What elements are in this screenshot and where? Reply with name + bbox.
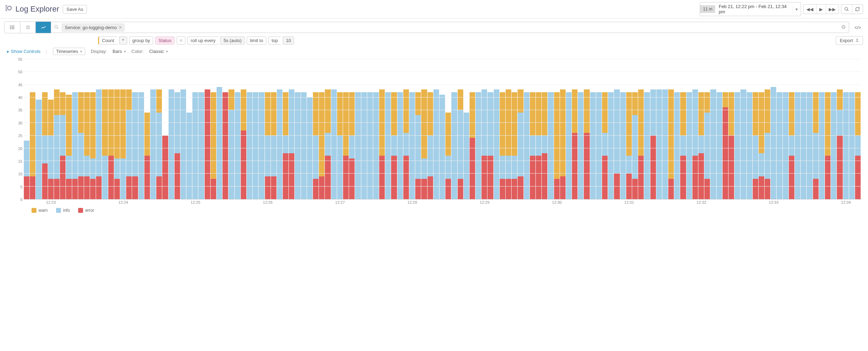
bar-column[interactable] <box>223 92 228 199</box>
bar-column[interactable] <box>192 92 198 199</box>
bar-column[interactable] <box>205 89 210 199</box>
bar-column[interactable] <box>572 89 577 199</box>
bar-column[interactable] <box>747 92 752 199</box>
group-by-remove-icon[interactable]: ✕ <box>177 36 185 45</box>
view-tab-compact[interactable] <box>20 22 35 33</box>
bar-column[interactable] <box>813 92 819 199</box>
bar-column[interactable] <box>692 89 698 199</box>
bar-column[interactable] <box>90 92 96 199</box>
bar-column[interactable] <box>458 89 463 199</box>
time-forward-icon[interactable]: ▶▶ <box>826 5 839 14</box>
bar-column[interactable] <box>301 92 307 199</box>
bar-column[interactable] <box>626 92 632 199</box>
bar-column[interactable] <box>795 92 800 199</box>
bar-column[interactable] <box>530 92 535 199</box>
bar-column[interactable] <box>428 92 433 199</box>
save-as-button[interactable]: Save As <box>63 5 87 14</box>
bar-column[interactable] <box>397 92 403 199</box>
bar-column[interactable] <box>265 92 271 199</box>
limit-count[interactable]: 10 <box>283 36 294 45</box>
limit-direction[interactable]: top <box>268 36 281 45</box>
bar-column[interactable] <box>740 89 746 199</box>
bar-column[interactable] <box>132 92 138 199</box>
bar-column[interactable] <box>650 89 656 199</box>
bar-column[interactable] <box>42 92 48 199</box>
bar-column[interactable] <box>391 92 397 199</box>
bar-column[interactable] <box>271 92 276 199</box>
bar-column[interactable] <box>536 92 541 199</box>
bar-column[interactable] <box>84 92 90 199</box>
bar-column[interactable] <box>439 95 445 199</box>
bar-column[interactable] <box>698 92 704 199</box>
bar-column[interactable] <box>843 92 849 199</box>
bar-column[interactable] <box>379 89 385 199</box>
bar-column[interactable] <box>638 89 644 199</box>
time-range-picker[interactable]: 11 m Feb 21, 12:22 pm - Feb 21, 12:34 pm… <box>700 2 801 16</box>
bar-column[interactable] <box>180 89 186 199</box>
bar-column[interactable] <box>114 89 120 199</box>
bar-column[interactable] <box>228 89 234 199</box>
zoom-icon[interactable] <box>841 5 852 14</box>
bar-column[interactable] <box>783 92 788 199</box>
bar-column[interactable] <box>542 92 547 199</box>
time-range-dropdown-icon[interactable]: ▾ <box>792 5 801 13</box>
bar-column[interactable] <box>253 92 258 199</box>
bar-column[interactable] <box>78 92 84 199</box>
bar-column[interactable] <box>433 89 439 199</box>
search-bar[interactable]: Service: go-logging-demo ✕ <box>51 22 849 33</box>
bar-column[interactable] <box>614 89 620 199</box>
refresh-icon[interactable] <box>852 5 863 14</box>
bar-column[interactable] <box>66 95 71 199</box>
bar-column[interactable] <box>421 89 427 199</box>
viz-type-select[interactable]: Timeseries ▾ <box>53 48 85 55</box>
bar-column[interactable] <box>717 92 722 199</box>
bar-column[interactable] <box>686 92 692 199</box>
bar-column[interactable] <box>608 92 614 199</box>
bar-column[interactable] <box>837 89 842 199</box>
bar-column[interactable] <box>355 92 361 199</box>
filter-chip-service[interactable]: Service: go-logging-demo ✕ <box>62 23 124 32</box>
bar-column[interactable] <box>277 89 282 199</box>
bar-column[interactable] <box>825 92 831 199</box>
bar-column[interactable] <box>325 89 330 199</box>
bar-column[interactable] <box>729 92 734 199</box>
bar-column[interactable] <box>734 92 740 199</box>
bar-column[interactable] <box>620 92 626 199</box>
export-button[interactable]: Export <box>836 36 863 45</box>
clear-all-filters-icon[interactable] <box>841 25 846 31</box>
bar-column[interactable] <box>680 92 686 199</box>
legend-item-info[interactable]: info <box>56 208 70 213</box>
time-play-icon[interactable]: ▶ <box>816 5 826 14</box>
bar-column[interactable] <box>415 92 421 199</box>
plot-area[interactable] <box>24 59 861 200</box>
bar-column[interactable] <box>283 92 288 199</box>
bar-column[interactable] <box>198 92 204 199</box>
bar-column[interactable] <box>481 89 487 199</box>
bar-column[interactable] <box>807 92 812 199</box>
bar-column[interactable] <box>235 92 240 199</box>
bar-column[interactable] <box>162 135 168 199</box>
bar-column[interactable] <box>494 89 499 199</box>
bar-column[interactable] <box>36 100 41 199</box>
color-select[interactable]: Classic ▾ <box>149 49 168 54</box>
bar-column[interactable] <box>108 89 114 199</box>
bar-column[interactable] <box>668 89 674 199</box>
code-toggle-icon[interactable]: </> <box>852 22 864 33</box>
legend-item-error[interactable]: error <box>78 208 94 213</box>
bar-column[interactable] <box>259 92 264 199</box>
bar-column[interactable] <box>409 92 415 199</box>
bar-column[interactable] <box>855 92 861 199</box>
bar-column[interactable] <box>48 100 54 199</box>
bar-column[interactable] <box>777 92 782 199</box>
bar-column[interactable] <box>506 89 511 199</box>
bar-column[interactable] <box>470 92 475 199</box>
rollup-value[interactable]: 5s (auto) <box>220 36 245 45</box>
bar-column[interactable] <box>337 92 343 199</box>
bar-column[interactable] <box>289 89 294 199</box>
bar-column[interactable] <box>819 92 825 199</box>
bar-column[interactable] <box>349 92 355 199</box>
bar-column[interactable] <box>602 92 608 199</box>
bar-column[interactable] <box>759 92 764 199</box>
bar-column[interactable] <box>241 89 246 199</box>
bar-column[interactable] <box>331 89 337 199</box>
